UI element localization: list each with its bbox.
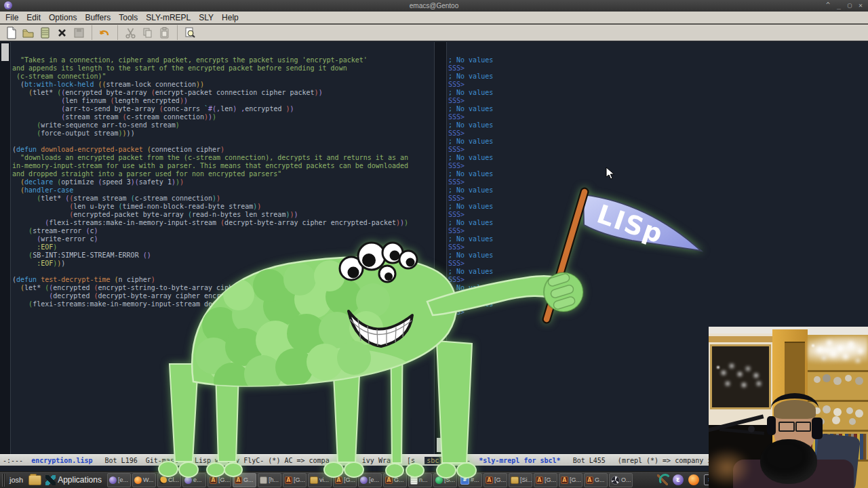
menu-item-help[interactable]: Help	[222, 13, 244, 22]
modeline-segment: encryption.lisp	[31, 457, 92, 464]
repl-output-line: ; No values	[448, 154, 493, 162]
webcam-pillar-shelf	[785, 342, 805, 399]
code-line: (len fixnum (length encrypted))	[12, 97, 408, 105]
code-line: (force-output stream))))	[12, 129, 408, 138]
headphones-band	[771, 393, 818, 423]
repl-output-line: ; No values	[448, 138, 493, 146]
repl-prompt: SSS>	[448, 97, 493, 105]
webcam-garland	[808, 336, 868, 365]
emacs-icon	[109, 476, 117, 484]
headphones-right-cup	[812, 418, 823, 439]
modeline-segment: -:---	[3, 457, 31, 464]
cut-button[interactable]	[117, 25, 139, 40]
menu-item-buffers[interactable]: Buffers	[85, 13, 116, 22]
minimize-button[interactable]: _	[837, 1, 841, 9]
headphones-left-cup	[767, 416, 776, 435]
menu-item-edit[interactable]: Edit	[26, 13, 46, 22]
code-line: and dropped straight into a parser used …	[12, 170, 408, 178]
repl-output-line: ; No values	[448, 56, 493, 64]
repl-prompt: SSS>	[448, 129, 493, 138]
menu-item-options[interactable]: Options	[49, 13, 82, 22]
folder-icon[interactable]	[28, 475, 41, 485]
menu-item-file[interactable]: File	[5, 13, 24, 22]
code-line: (c-stream connection)"	[12, 73, 408, 81]
left-scrollbar[interactable]	[0, 42, 11, 454]
code-line: (write-sequence arr-to-send stream)	[12, 121, 408, 129]
window-controls: ^_▢✕	[826, 1, 863, 9]
taskbar-grip	[2, 474, 5, 487]
fairy-lights-left	[717, 366, 719, 369]
taskbar-window-button[interactable]: W...	[132, 473, 156, 487]
repl-prompt: SSS>	[448, 162, 493, 170]
window-title: emacs@Gentoo	[0, 2, 868, 9]
repl-output-line: ; No values	[448, 170, 493, 178]
code-line: (tlet* ((encrypted byte-array (encrypt-p…	[12, 89, 408, 97]
repl-output-line: ; No values	[448, 121, 493, 129]
shelf-line	[808, 370, 868, 372]
fluxbox-logo-icon[interactable]	[45, 475, 56, 485]
save-disk-button[interactable]	[71, 25, 87, 40]
repl-prompt: SSS>	[448, 113, 493, 121]
repl-output-line: ; No values	[448, 73, 493, 81]
window-titlebar: ε emacs@Gentoo ^_▢✕	[0, 0, 868, 12]
copy-button[interactable]	[139, 25, 156, 40]
mic-arm	[719, 428, 764, 435]
menu-item-sly-mrepl[interactable]: SLY-mREPL	[146, 13, 196, 22]
menubar: FileEditOptionsBuffersToolsSLY-mREPLSLYH…	[0, 12, 868, 24]
open-folder-button[interactable]	[20, 25, 37, 40]
taskbar-window-button[interactable]: [e...	[107, 473, 131, 487]
code-line: (bt:with-lock-held ((stream-lock connect…	[12, 81, 408, 89]
warm-light-glow	[709, 447, 752, 488]
glasses-right-lens	[795, 422, 811, 432]
microphone	[760, 439, 817, 484]
shelf-trinkets	[812, 375, 814, 378]
lisp-alien-mascot: LISp	[156, 186, 705, 488]
code-line: and appends its length to the start of t…	[12, 64, 408, 73]
taskbar-window-label: [e...	[118, 476, 128, 483]
code-line: (arr-to-send byte-array (conc-arrs `#(,l…	[12, 105, 408, 113]
code-line: (stream stream (c-stream connection)))	[12, 113, 408, 121]
code-line	[12, 138, 408, 146]
code-line: (declare (optimize (speed 3)(safety 1)))	[12, 178, 408, 186]
taskbar-window-label: W...	[143, 476, 154, 483]
maximize-button[interactable]: ▢	[848, 1, 852, 9]
save-archive-button[interactable]	[37, 25, 54, 40]
fairy-lights-right	[812, 344, 814, 347]
taskbar-user-label: josh	[8, 476, 27, 484]
applications-menu[interactable]: Applications	[58, 475, 102, 485]
left-scrollbar-thumb[interactable]	[1, 43, 9, 61]
repl-output-line: ; No values	[448, 89, 493, 97]
menu-item-sly[interactable]: SLY	[199, 13, 219, 22]
search-button[interactable]	[177, 25, 199, 40]
toolbar	[0, 24, 868, 42]
repl-prompt: SSS>	[448, 146, 493, 154]
close-button[interactable]: ✕	[859, 1, 863, 9]
mouse-cursor	[606, 167, 615, 180]
repl-prompt: SSS>	[448, 178, 493, 186]
paste-button[interactable]	[156, 25, 173, 40]
shelf-line	[808, 400, 868, 402]
webcam-overlay	[709, 327, 868, 488]
code-line: in-memory-input-stream for use with a pa…	[12, 162, 408, 170]
webcam-mirror	[710, 344, 771, 409]
close-buffer-button[interactable]	[54, 25, 71, 40]
shade-button[interactable]: ^	[826, 1, 830, 9]
code-line: "downloads an encrypted packet from the …	[12, 154, 408, 162]
new-file-button[interactable]	[3, 25, 20, 40]
code-line: "Takes in a connection, cipher and packe…	[12, 56, 408, 64]
repl-prompt: SSS>	[448, 81, 493, 89]
undo-button[interactable]	[92, 25, 113, 40]
glasses-left-lens	[778, 422, 795, 432]
repl-output-line: ; No values	[448, 105, 493, 113]
mic-arm-joint	[748, 426, 755, 432]
repl-prompt: SSS>	[448, 64, 493, 73]
code-line: (defun download-encrypted-packet (connec…	[12, 146, 408, 154]
menu-item-tools[interactable]: Tools	[119, 13, 143, 22]
firefox-icon	[134, 476, 142, 484]
